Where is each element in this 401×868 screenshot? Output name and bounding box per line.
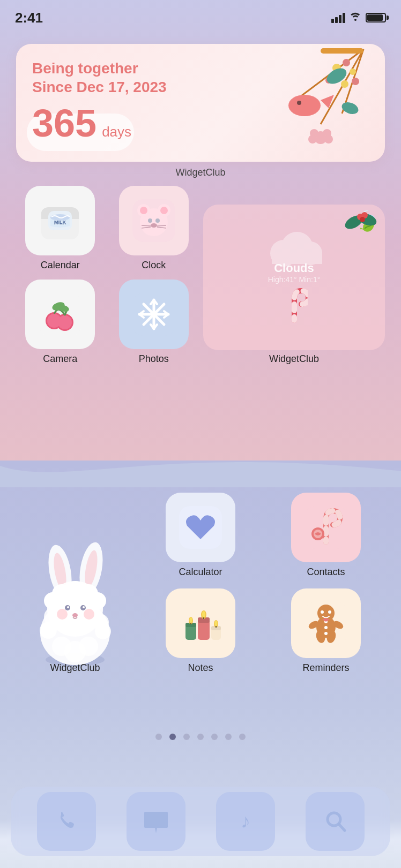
svg-point-128 <box>328 610 331 614</box>
calculator-icon[interactable] <box>166 493 235 562</box>
svg-point-32 <box>140 207 147 214</box>
dock-settings[interactable] <box>306 792 365 851</box>
app-item-clock[interactable]: Clock <box>110 186 198 271</box>
bunny-widget[interactable]: WidgetClub <box>16 534 134 674</box>
battery-fill <box>367 14 383 21</box>
wifi-icon <box>350 10 361 25</box>
weather-widget-box[interactable]: 🍃 Clouds High:41° Min:1° <box>203 205 385 350</box>
status-time: 2:41 <box>15 10 43 26</box>
svg-point-35 <box>155 218 160 223</box>
candy-cane-svg <box>281 288 308 326</box>
app-grid-main: 17 MILK MILK Calendar <box>16 186 385 365</box>
contacts-icon[interactable] <box>291 493 361 562</box>
signal-bars <box>331 13 345 23</box>
signal-bar-1 <box>331 19 334 23</box>
status-icons <box>331 10 386 25</box>
svg-point-45 <box>360 217 365 222</box>
dot-3[interactable] <box>183 734 190 740</box>
bottom-grid: WidgetClub Calculator <box>16 493 385 674</box>
svg-point-127 <box>321 610 324 614</box>
dock-music[interactable]: ♪ <box>216 792 275 851</box>
svg-line-37 <box>142 225 151 226</box>
reminders-icon[interactable] <box>291 588 361 658</box>
dot-2[interactable] <box>169 734 176 740</box>
widget-together-label: WidgetClub <box>16 167 385 178</box>
photos-label: Photos <box>139 353 169 365</box>
calendar-icon[interactable]: 17 MILK MILK <box>25 186 95 255</box>
bunny-svg <box>21 534 129 668</box>
svg-point-116 <box>215 621 218 626</box>
app-item-calendar[interactable]: 17 MILK MILK Calendar <box>16 186 105 271</box>
dot-5[interactable] <box>211 734 218 740</box>
svg-point-70 <box>151 311 157 318</box>
dock-messages[interactable] <box>127 792 185 851</box>
being-together-widget[interactable]: Being together Since Dec 17, 2023 365 da… <box>16 44 385 162</box>
clock-icon[interactable] <box>119 186 189 255</box>
notes-label: Notes <box>188 662 213 674</box>
contacts-label: Contacts <box>307 567 345 578</box>
camera-label: Camera <box>43 353 77 365</box>
svg-point-130 <box>324 626 328 629</box>
signal-bar-4 <box>343 13 345 23</box>
svg-point-79 <box>95 623 111 639</box>
calculator-label: Calculator <box>179 567 222 578</box>
svg-text:MILK: MILK <box>54 220 66 225</box>
svg-point-54 <box>58 315 72 329</box>
main-content: Being together Since Dec 17, 2023 365 da… <box>0 29 401 365</box>
photos-icon[interactable] <box>119 280 189 349</box>
svg-point-33 <box>160 207 168 214</box>
svg-point-93 <box>83 606 85 608</box>
svg-point-94 <box>57 609 68 620</box>
svg-point-89 <box>89 592 106 609</box>
svg-point-99 <box>79 637 98 656</box>
app-item-notes[interactable]: Notes <box>142 588 259 674</box>
widget-days-label: days <box>102 124 131 140</box>
dock-phone[interactable] <box>37 792 96 851</box>
svg-rect-49 <box>272 253 322 264</box>
dot-4[interactable] <box>197 734 204 740</box>
reminders-label: Reminders <box>302 662 349 674</box>
svg-point-92 <box>67 606 69 608</box>
weather-sub-text: High:41° Min:1° <box>268 275 321 284</box>
status-bar: 2:41 <box>0 0 401 29</box>
weather-widget-label: WidgetClub <box>269 353 319 365</box>
cloud-svg <box>262 229 326 267</box>
battery-icon <box>366 13 386 22</box>
calendar-label: Calendar <box>41 260 80 271</box>
svg-point-95 <box>84 609 94 620</box>
dot-7[interactable] <box>239 734 246 740</box>
app-item-reminders[interactable]: Reminders <box>267 588 385 674</box>
svg-point-114 <box>202 611 205 617</box>
bunny-widget-label: WidgetClub <box>50 662 100 674</box>
dock: ♪ <box>11 787 390 856</box>
page-dots <box>0 734 401 740</box>
svg-point-34 <box>148 218 152 223</box>
app-item-calculator[interactable]: Calculator <box>142 493 259 578</box>
widget-together-text: Being together Since Dec 17, 2023 365 da… <box>32 59 369 142</box>
dot-1[interactable] <box>155 734 162 740</box>
signal-bar-2 <box>335 17 338 23</box>
svg-point-112 <box>190 617 192 623</box>
bottom-section: WidgetClub Calculator <box>0 493 401 674</box>
wave-divider <box>0 444 401 487</box>
notes-icon[interactable] <box>166 588 235 658</box>
app-item-camera[interactable]: Camera <box>16 280 105 365</box>
dot-6[interactable] <box>225 734 232 740</box>
svg-line-134 <box>339 824 345 831</box>
svg-point-96 <box>72 613 78 617</box>
svg-rect-3 <box>321 48 363 54</box>
app-item-contacts[interactable]: Contacts <box>267 493 385 578</box>
app-item-photos[interactable]: Photos <box>110 280 198 365</box>
clock-label: Clock <box>142 260 166 271</box>
weather-widget[interactable]: 🍃 Clouds High:41° Min:1° <box>203 186 385 365</box>
widget-together-title: Being together Since Dec 17, 2023 <box>32 59 177 96</box>
svg-line-39 <box>157 225 166 226</box>
svg-point-36 <box>151 223 157 228</box>
signal-bar-3 <box>339 15 341 23</box>
svg-text:♪: ♪ <box>241 810 250 832</box>
camera-icon[interactable] <box>25 280 95 349</box>
holly-svg <box>343 209 381 236</box>
widget-days-number: 365 <box>32 104 96 142</box>
svg-point-131 <box>324 632 328 635</box>
